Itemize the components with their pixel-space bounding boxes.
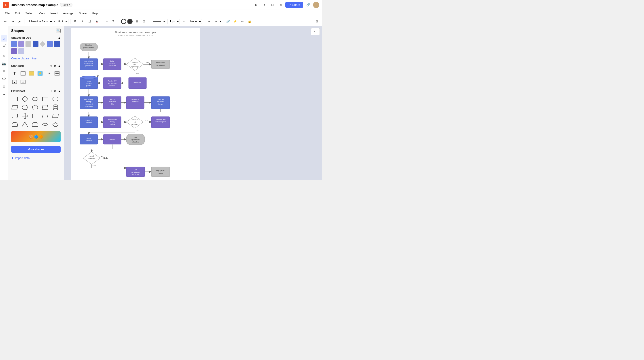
- fc-rounded-para[interactable]: [52, 112, 59, 120]
- fc-double-rect[interactable]: [42, 95, 49, 103]
- sidebar-image-icon[interactable]: 🖼: [1, 43, 7, 49]
- stroke-width-select[interactable]: 1 px: [167, 19, 180, 24]
- fc-shape-extra2[interactable]: [21, 121, 28, 128]
- swatch-blue-square2[interactable]: [47, 41, 53, 47]
- standard-lightning-shape[interactable]: ⚡: [37, 70, 44, 77]
- fc-flag[interactable]: [32, 112, 39, 120]
- stroke-color-button[interactable]: [127, 19, 132, 24]
- link-button-toolbar[interactable]: 🔗: [225, 18, 231, 24]
- import-data-link[interactable]: ⬇ Import data: [8, 155, 64, 162]
- present-button[interactable]: ▶: [253, 2, 260, 8]
- align-left-button[interactable]: ≡: [104, 18, 110, 24]
- corner-style-button[interactable]: ⌐: [181, 18, 187, 24]
- monitor-button[interactable]: 🖥: [277, 2, 284, 8]
- canvas-area[interactable]: Business process map example Amanda Altu…: [64, 26, 322, 180]
- sidebar-cloud-icon[interactable]: ☁: [1, 91, 7, 97]
- bold-button[interactable]: B: [72, 18, 78, 24]
- swatch-gray-diamond[interactable]: [40, 41, 46, 47]
- menu-view[interactable]: View: [37, 11, 48, 16]
- sidebar-plugin-icon[interactable]: ⊛: [1, 83, 7, 90]
- edit-button[interactable]: ✏: [239, 18, 246, 24]
- swatch-dark-blue-square[interactable]: [33, 41, 38, 47]
- swatch-dark-blue-square2[interactable]: [54, 41, 60, 47]
- lock-button[interactable]: 🔒: [246, 18, 253, 24]
- line-style-select[interactable]: ────: [151, 19, 166, 24]
- standard-code-shape[interactable]: </>: [20, 79, 26, 85]
- corner-radius-select[interactable]: None: [188, 19, 202, 24]
- fill-color-none[interactable]: [121, 19, 126, 24]
- shapes-in-use-header[interactable]: Shapes In Use ▲: [8, 35, 64, 41]
- standard-star-icon[interactable]: ☆: [50, 64, 52, 67]
- flowchart-star-icon[interactable]: ☆: [50, 90, 52, 93]
- shape-library-button[interactable]: ⊡: [141, 18, 147, 24]
- flowchart-delete-icon[interactable]: 🗑: [54, 90, 56, 93]
- standard-delete-icon[interactable]: 🗑: [54, 64, 56, 67]
- standard-arrow-shape[interactable]: ↗: [45, 70, 52, 77]
- search-shapes-button[interactable]: 🔍: [56, 29, 60, 33]
- redo-button[interactable]: ↪: [10, 18, 16, 24]
- fc-pentagon[interactable]: [32, 104, 39, 111]
- standard-text-shape[interactable]: T: [11, 70, 18, 77]
- fc-cylinder[interactable]: [52, 104, 59, 111]
- screen-button[interactable]: ⊡: [269, 2, 276, 8]
- fc-parallelogram[interactable]: [11, 104, 18, 111]
- create-diagram-key-link[interactable]: Create diagram key: [8, 56, 64, 63]
- sidebar-pen-icon[interactable]: ✏: [1, 53, 7, 59]
- menu-share[interactable]: Share: [76, 11, 89, 16]
- menu-file[interactable]: File: [3, 11, 12, 16]
- sidebar-layers-icon[interactable]: ⊕: [1, 68, 7, 74]
- standard-list-shape[interactable]: [54, 70, 60, 77]
- menu-help[interactable]: Help: [90, 11, 100, 16]
- share-button[interactable]: ↗ Share: [285, 2, 303, 8]
- standard-yellow-rect[interactable]: [28, 70, 35, 77]
- sidebar-shapes-icon[interactable]: ◇: [1, 35, 7, 41]
- standard-section-header[interactable]: Standard ☆ 🗑 ▲: [8, 63, 64, 69]
- menu-select[interactable]: Select: [23, 11, 36, 16]
- flowchart-section-header[interactable]: Flowchart ☆ 🗑 ▲: [8, 88, 64, 94]
- font-size-select[interactable]: 8 pt: [56, 19, 68, 24]
- swatch-light-purple[interactable]: [18, 48, 24, 54]
- italic-button[interactable]: I: [80, 18, 86, 24]
- more-shapes-button[interactable]: More shapes: [11, 146, 60, 153]
- menu-edit[interactable]: Edit: [13, 11, 22, 16]
- flip-button[interactable]: ↔: [311, 28, 320, 35]
- fc-shape-extra5[interactable]: [52, 121, 59, 128]
- fc-shape-extra1[interactable]: [11, 121, 18, 128]
- waypoint-button[interactable]: ↔: [206, 18, 212, 24]
- underline-button[interactable]: U: [86, 18, 93, 24]
- standard-rect-shape[interactable]: [20, 70, 26, 77]
- undo-button[interactable]: ↩: [2, 18, 8, 24]
- text-color-button[interactable]: A: [94, 18, 100, 24]
- user-avatar[interactable]: [313, 2, 319, 8]
- format-painter-button[interactable]: 🖌: [16, 18, 23, 24]
- right-panel-toggle[interactable]: ⊡: [314, 18, 320, 24]
- connection-style-button[interactable]: ⊞: [134, 18, 140, 24]
- swatch-purple-square[interactable]: [18, 41, 24, 47]
- fc-rhombus[interactable]: [42, 112, 49, 120]
- status-badge[interactable]: Draft ▾: [60, 3, 72, 7]
- lightning-button[interactable]: ⚡: [232, 18, 238, 24]
- fc-hexagon[interactable]: [21, 104, 28, 111]
- swatch-blue-square[interactable]: [11, 41, 17, 47]
- fc-cross[interactable]: [21, 112, 28, 120]
- swatch-gray-square[interactable]: [26, 41, 31, 47]
- fc-shape-extra4[interactable]: [42, 121, 49, 128]
- chevron-expand-button[interactable]: ▾: [261, 2, 268, 8]
- menu-insert[interactable]: Insert: [48, 11, 60, 16]
- swatch-medium-purple[interactable]: [11, 48, 17, 54]
- menu-arrange[interactable]: Arrange: [61, 11, 76, 16]
- fc-rounded-rect[interactable]: [52, 95, 59, 103]
- sidebar-home-icon[interactable]: ⊞: [1, 28, 7, 34]
- fc-oval[interactable]: [32, 95, 39, 103]
- fc-wave-rect[interactable]: [11, 112, 18, 120]
- fc-diamond[interactable]: [21, 95, 28, 103]
- fc-rect[interactable]: [11, 95, 18, 103]
- arrow-style-button[interactable]: →: [213, 18, 219, 24]
- fc-shape-extra3[interactable]: [32, 121, 39, 128]
- link-button[interactable]: 🔗: [305, 2, 311, 8]
- sidebar-code-icon[interactable]: </>: [1, 76, 7, 82]
- text-format-button[interactable]: T↕: [111, 18, 117, 24]
- sidebar-photo-icon[interactable]: 📷: [1, 60, 7, 67]
- font-family-select[interactable]: Liberation Sans: [26, 19, 53, 24]
- fc-trapezoid[interactable]: [42, 104, 49, 111]
